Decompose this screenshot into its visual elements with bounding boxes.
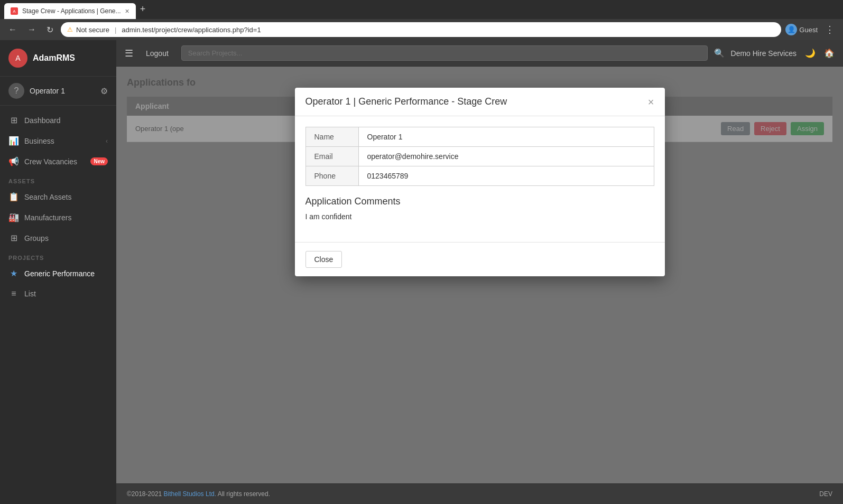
list-icon: ≡: [8, 289, 19, 298]
crew-vacancies-label: Crew Vacancies: [24, 157, 85, 166]
assets-section-label: ASSETS: [0, 172, 116, 186]
logout-button[interactable]: Logout: [140, 46, 175, 61]
user-settings-icon[interactable]: ⚙: [100, 86, 108, 96]
browser-toolbar: ← → ↻ ⚠ Not secure | admin.test/project/…: [0, 19, 843, 40]
browser-menu-button[interactable]: ⋮: [822, 22, 838, 38]
modal-footer: Close: [295, 242, 665, 276]
forward-button[interactable]: →: [24, 23, 39, 36]
profile-label: Guest: [799, 26, 818, 34]
dev-label: DEV: [819, 490, 832, 498]
sidebar-logo: A: [8, 49, 27, 68]
profile-icon: 👤: [785, 24, 797, 35]
browser-tab[interactable]: A Stage Crew - Applications | Gene... ×: [4, 3, 136, 19]
address-separator: |: [115, 26, 116, 34]
manufacturers-icon: 🏭: [8, 212, 19, 222]
modal-header: Operator 1 | Generic Performance - Stage…: [295, 88, 665, 116]
sidebar-item-label: Business: [24, 137, 100, 145]
modal-body: Name Operator 1 Email operator@demohire.…: [295, 116, 665, 242]
sidebar-nav: ⊞ Dashboard 📊 Business ‹ 📢 Crew Vacancie…: [0, 106, 116, 504]
modal-comments-title: Application Comments: [305, 196, 654, 207]
sidebar-item-dashboard[interactable]: ⊞ Dashboard: [0, 110, 116, 130]
search-assets-icon: 📋: [8, 192, 19, 202]
browser-chrome: A Stage Crew - Applications | Gene... × …: [0, 0, 843, 40]
main-content: Applications fo Applicant Operator 1 (op…: [116, 67, 843, 483]
sidebar-item-label: Manufacturers: [24, 213, 108, 222]
sidebar-item-business[interactable]: 📊 Business ‹: [0, 130, 116, 151]
service-name: Demo Hire Services: [731, 49, 796, 58]
address-url: admin.test/project/crew/applications.php…: [122, 26, 261, 34]
modal-close-button[interactable]: ×: [648, 97, 654, 107]
sidebar-item-groups[interactable]: ⊞ Groups: [0, 228, 116, 248]
dashboard-icon: ⊞: [8, 115, 19, 125]
rights-text: All rights reserved.: [218, 490, 270, 498]
copyright-year: ©2018-2021: [127, 490, 162, 498]
modal-field-email: Email operator@demohire.service: [305, 146, 654, 166]
search-button[interactable]: 🔍: [714, 48, 725, 58]
sidebar-item-label: Search Assets: [24, 193, 108, 201]
crew-vacancies-icon: 📢: [8, 156, 19, 166]
home-icon[interactable]: 🏠: [824, 48, 835, 58]
sidebar-item-list[interactable]: ≡ List: [0, 284, 116, 304]
modal-field-name-value: Operator 1: [359, 127, 654, 146]
sidebar-item-label: Dashboard: [24, 116, 108, 125]
sidebar-header: A AdamRMS: [0, 40, 116, 77]
sidebar-item-label: Groups: [24, 234, 108, 242]
sidebar-item-search-assets[interactable]: 📋 Search Assets: [0, 186, 116, 207]
footer-copyright: ©2018-2021 Bithell Studios Ltd. All righ…: [127, 490, 270, 498]
business-icon: 📊: [8, 136, 19, 146]
hamburger-icon[interactable]: ☰: [125, 48, 133, 59]
reload-button[interactable]: ↻: [43, 23, 57, 37]
modal-comment-text: I am confident: [305, 212, 654, 221]
tab-title: Stage Crew - Applications | Gene...: [22, 7, 121, 15]
browser-profile: 👤 Guest: [785, 24, 818, 35]
business-arrow-icon: ‹: [106, 137, 108, 145]
topbar-right: Demo Hire Services 🌙 🏠: [731, 48, 835, 58]
projects-section-label: PROJECTS: [0, 248, 116, 263]
tab-close-button[interactable]: ×: [125, 7, 129, 15]
sidebar: A AdamRMS ? Operator 1 ⚙ ⊞ Dashboard 📊 B…: [0, 40, 116, 504]
sidebar-item-manufacturers[interactable]: 🏭 Manufacturers: [0, 207, 116, 228]
right-panel: ☰ Logout 🔍 Demo Hire Services 🌙 🏠 Applic…: [116, 40, 843, 504]
modal-field-email-value: operator@demohire.service: [359, 147, 654, 166]
modal-field-name: Name Operator 1: [305, 127, 654, 147]
groups-icon: ⊞: [8, 233, 19, 243]
sidebar-username: Operator 1: [30, 87, 95, 95]
app-container: A AdamRMS ? Operator 1 ⚙ ⊞ Dashboard 📊 B…: [0, 40, 843, 504]
tab-favicon: A: [11, 7, 18, 15]
modal-field-email-label: Email: [306, 147, 359, 166]
app-name: AdamRMS: [33, 53, 75, 63]
generic-performance-icon: ★: [8, 268, 19, 278]
company-link[interactable]: Bithell Studios Ltd.: [164, 490, 216, 498]
topbar: ☰ Logout 🔍 Demo Hire Services 🌙 🏠: [116, 40, 843, 67]
footer: ©2018-2021 Bithell Studios Ltd. All righ…: [116, 483, 843, 504]
modal-field-phone-label: Phone: [306, 166, 359, 185]
user-avatar-icon: ?: [8, 83, 24, 99]
modal-field-phone: Phone 0123465789: [305, 166, 654, 186]
sidebar-item-label: Generic Performance: [24, 269, 108, 278]
dark-mode-icon[interactable]: 🌙: [805, 48, 816, 58]
sidebar-item-label: List: [24, 290, 108, 298]
modal-title: Operator 1 | Generic Performance - Stage…: [305, 96, 507, 107]
browser-tab-bar: A Stage Crew - Applications | Gene... × …: [0, 0, 843, 19]
crew-vacancies-badge: New: [90, 157, 108, 165]
address-bar[interactable]: ⚠ Not secure | admin.test/project/crew/a…: [61, 22, 781, 37]
modal-field-name-label: Name: [306, 127, 359, 146]
modal-overlay: Operator 1 | Generic Performance - Stage…: [116, 67, 843, 483]
sidebar-item-generic-performance[interactable]: ★ Generic Performance: [0, 263, 116, 284]
modal-close-btn[interactable]: Close: [305, 251, 342, 268]
security-warning-text: Not secure: [76, 26, 109, 34]
modal-field-phone-value: 0123465789: [359, 166, 654, 185]
new-tab-button[interactable]: +: [136, 2, 150, 17]
sidebar-user: ? Operator 1 ⚙: [0, 77, 116, 106]
modal-dialog: Operator 1 | Generic Performance - Stage…: [295, 88, 665, 276]
back-button[interactable]: ←: [5, 23, 20, 36]
sidebar-item-crew-vacancies[interactable]: 📢 Crew Vacancies New: [0, 151, 116, 172]
security-warning-icon: ⚠: [67, 26, 73, 33]
search-input[interactable]: [181, 45, 708, 61]
